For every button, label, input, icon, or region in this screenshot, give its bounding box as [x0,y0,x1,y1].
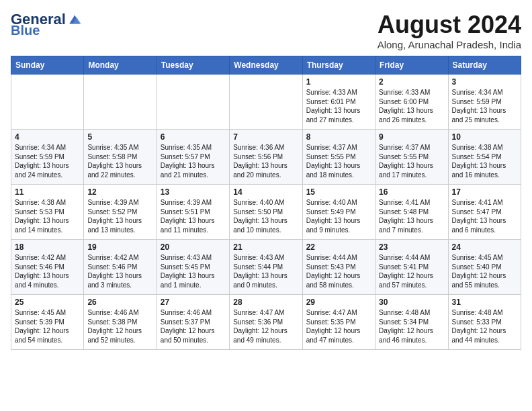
day-number: 18 [15,242,80,252]
calendar-cell: 31Sunrise: 4:48 AM Sunset: 5:33 PM Dayli… [448,295,521,350]
day-content: Sunrise: 4:43 AM Sunset: 5:44 PM Dayligh… [233,253,298,289]
day-number: 23 [379,242,444,252]
day-number: 22 [306,242,371,252]
day-number: 14 [233,187,298,197]
day-content: Sunrise: 4:36 AM Sunset: 5:56 PM Dayligh… [233,143,298,179]
day-content: Sunrise: 4:35 AM Sunset: 5:58 PM Dayligh… [87,143,152,179]
day-content: Sunrise: 4:33 AM Sunset: 6:00 PM Dayligh… [379,88,444,124]
day-number: 1 [306,77,371,87]
day-content: Sunrise: 4:37 AM Sunset: 5:55 PM Dayligh… [379,143,444,179]
day-number: 3 [452,77,517,87]
day-content: Sunrise: 4:44 AM Sunset: 5:43 PM Dayligh… [306,253,371,289]
day-content: Sunrise: 4:39 AM Sunset: 5:51 PM Dayligh… [161,198,226,234]
weekday-header-monday: Monday [84,56,157,75]
calendar-cell: 15Sunrise: 4:40 AM Sunset: 5:49 PM Dayli… [302,185,375,240]
day-content: Sunrise: 4:43 AM Sunset: 5:45 PM Dayligh… [161,253,226,289]
day-content: Sunrise: 4:47 AM Sunset: 5:36 PM Dayligh… [233,308,298,345]
title-area: August 2024 Along, Arunachal Pradesh, In… [378,11,521,50]
weekday-header-thursday: Thursday [302,56,375,75]
day-content: Sunrise: 4:38 AM Sunset: 5:53 PM Dayligh… [15,198,80,234]
calendar-cell: 30Sunrise: 4:48 AM Sunset: 5:34 PM Dayli… [375,295,448,350]
calendar-cell: 5Sunrise: 4:35 AM Sunset: 5:58 PM Daylig… [84,130,157,185]
day-content: Sunrise: 4:42 AM Sunset: 5:46 PM Dayligh… [15,253,80,289]
calendar-cell: 6Sunrise: 4:35 AM Sunset: 5:57 PM Daylig… [157,130,229,185]
day-number: 15 [306,187,371,197]
day-number: 17 [452,187,517,197]
day-number: 28 [233,298,298,307]
day-content: Sunrise: 4:34 AM Sunset: 5:59 PM Dayligh… [15,143,80,179]
day-content: Sunrise: 4:37 AM Sunset: 5:55 PM Dayligh… [306,143,371,179]
day-content: Sunrise: 4:48 AM Sunset: 5:33 PM Dayligh… [452,308,517,345]
weekday-header-wednesday: Wednesday [230,56,302,75]
day-content: Sunrise: 4:40 AM Sunset: 5:50 PM Dayligh… [233,198,298,234]
day-number: 9 [379,132,444,142]
day-number: 21 [233,242,298,252]
week-row-1: 1Sunrise: 4:33 AM Sunset: 6:01 PM Daylig… [11,75,521,130]
weekday-header-tuesday: Tuesday [157,56,229,75]
logo-icon [67,11,83,28]
day-number: 6 [161,132,226,142]
day-number: 10 [452,132,517,142]
day-number: 5 [87,132,152,142]
calendar-cell: 7Sunrise: 4:36 AM Sunset: 5:56 PM Daylig… [230,130,302,185]
day-content: Sunrise: 4:46 AM Sunset: 5:38 PM Dayligh… [87,308,152,345]
calendar-cell: 8Sunrise: 4:37 AM Sunset: 5:55 PM Daylig… [302,130,375,185]
day-number: 12 [87,187,152,197]
day-number: 29 [306,298,371,307]
week-row-4: 18Sunrise: 4:42 AM Sunset: 5:46 PM Dayli… [11,240,521,295]
day-number: 13 [161,187,226,197]
calendar-cell: 17Sunrise: 4:41 AM Sunset: 5:47 PM Dayli… [448,185,521,240]
calendar-cell: 11Sunrise: 4:38 AM Sunset: 5:53 PM Dayli… [11,185,84,240]
weekday-header-sunday: Sunday [11,56,84,75]
page-header: General Blue August 2024 Along, Arunacha… [11,11,521,50]
weekday-header-row: SundayMondayTuesdayWednesdayThursdayFrid… [11,56,521,75]
day-content: Sunrise: 4:41 AM Sunset: 5:48 PM Dayligh… [379,198,444,234]
day-number: 4 [15,132,80,142]
day-number: 27 [161,298,226,307]
day-number: 7 [233,132,298,142]
day-number: 16 [379,187,444,197]
day-content: Sunrise: 4:34 AM Sunset: 5:59 PM Dayligh… [452,88,517,124]
day-number: 19 [87,242,152,252]
day-content: Sunrise: 4:40 AM Sunset: 5:49 PM Dayligh… [306,198,371,234]
weekday-header-friday: Friday [375,56,448,75]
logo: General Blue [11,11,83,38]
calendar-cell: 19Sunrise: 4:42 AM Sunset: 5:46 PM Dayli… [84,240,157,295]
day-content: Sunrise: 4:45 AM Sunset: 5:40 PM Dayligh… [452,253,517,289]
calendar-cell: 25Sunrise: 4:45 AM Sunset: 5:39 PM Dayli… [11,295,84,350]
calendar-cell: 27Sunrise: 4:46 AM Sunset: 5:37 PM Dayli… [157,295,229,350]
day-content: Sunrise: 4:46 AM Sunset: 5:37 PM Dayligh… [161,308,226,345]
calendar-cell: 16Sunrise: 4:41 AM Sunset: 5:48 PM Dayli… [375,185,448,240]
day-content: Sunrise: 4:39 AM Sunset: 5:52 PM Dayligh… [87,198,152,234]
calendar-cell: 14Sunrise: 4:40 AM Sunset: 5:50 PM Dayli… [230,185,302,240]
calendar-cell: 12Sunrise: 4:39 AM Sunset: 5:52 PM Dayli… [84,185,157,240]
calendar-cell: 29Sunrise: 4:47 AM Sunset: 5:35 PM Dayli… [302,295,375,350]
day-number: 31 [452,298,517,307]
day-number: 26 [87,298,152,307]
calendar-cell: 24Sunrise: 4:45 AM Sunset: 5:40 PM Dayli… [448,240,521,295]
calendar-cell: 1Sunrise: 4:33 AM Sunset: 6:01 PM Daylig… [302,75,375,130]
calendar-cell: 9Sunrise: 4:37 AM Sunset: 5:55 PM Daylig… [375,130,448,185]
calendar-cell: 28Sunrise: 4:47 AM Sunset: 5:36 PM Dayli… [230,295,302,350]
calendar-cell: 4Sunrise: 4:34 AM Sunset: 5:59 PM Daylig… [11,130,84,185]
day-content: Sunrise: 4:38 AM Sunset: 5:54 PM Dayligh… [452,143,517,179]
calendar-cell: 13Sunrise: 4:39 AM Sunset: 5:51 PM Dayli… [157,185,229,240]
calendar-table: SundayMondayTuesdayWednesdayThursdayFrid… [11,56,521,350]
day-number: 8 [306,132,371,142]
week-row-3: 11Sunrise: 4:38 AM Sunset: 5:53 PM Dayli… [11,185,521,240]
calendar-cell [84,75,157,130]
weekday-header-saturday: Saturday [448,56,521,75]
day-content: Sunrise: 4:35 AM Sunset: 5:57 PM Dayligh… [161,143,226,179]
calendar-cell: 20Sunrise: 4:43 AM Sunset: 5:45 PM Dayli… [157,240,229,295]
calendar-cell: 2Sunrise: 4:33 AM Sunset: 6:00 PM Daylig… [375,75,448,130]
week-row-2: 4Sunrise: 4:34 AM Sunset: 5:59 PM Daylig… [11,130,521,185]
calendar-cell: 26Sunrise: 4:46 AM Sunset: 5:38 PM Dayli… [84,295,157,350]
calendar-cell: 3Sunrise: 4:34 AM Sunset: 5:59 PM Daylig… [448,75,521,130]
location: Along, Arunachal Pradesh, India [378,39,521,50]
calendar-cell [230,75,302,130]
day-content: Sunrise: 4:45 AM Sunset: 5:39 PM Dayligh… [15,308,80,345]
day-content: Sunrise: 4:44 AM Sunset: 5:41 PM Dayligh… [379,253,444,289]
day-number: 25 [15,298,80,307]
day-content: Sunrise: 4:33 AM Sunset: 6:01 PM Dayligh… [306,88,371,124]
day-content: Sunrise: 4:42 AM Sunset: 5:46 PM Dayligh… [87,253,152,289]
